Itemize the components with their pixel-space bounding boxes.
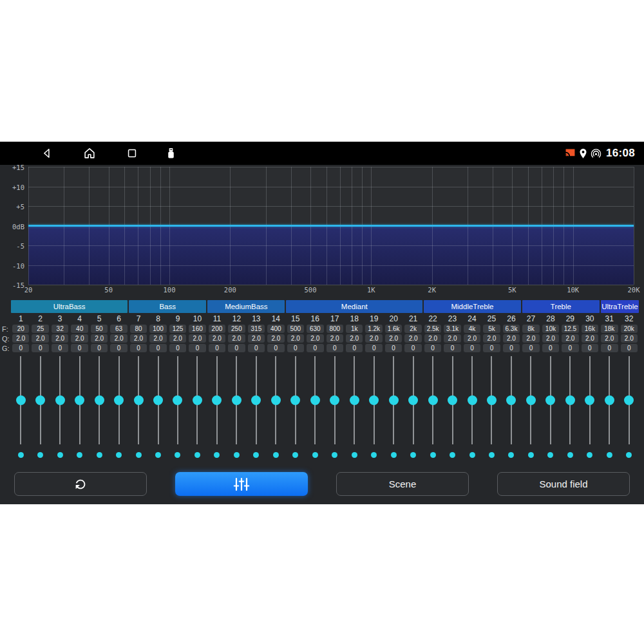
slider-knob[interactable]	[369, 395, 379, 405]
slider-knob[interactable]	[153, 395, 163, 405]
channel-number: 13	[247, 314, 266, 323]
slider-knob[interactable]	[290, 395, 300, 405]
slider-track	[334, 356, 336, 444]
channel-number: 2	[30, 314, 50, 323]
slider-knob[interactable]	[75, 395, 84, 405]
slider-knob[interactable]	[428, 395, 438, 405]
slider-knob[interactable]	[310, 395, 320, 405]
slider-knob[interactable]	[350, 395, 359, 405]
gain-slider[interactable]	[266, 356, 285, 444]
slider-knob[interactable]	[545, 395, 555, 405]
channel-dot-cell	[600, 452, 619, 459]
gain-value: 0	[91, 344, 108, 352]
slider-knob[interactable]	[624, 395, 634, 405]
gain-slider[interactable]	[600, 356, 619, 444]
slider-knob[interactable]	[251, 395, 261, 405]
q-value: 2.0	[522, 334, 539, 343]
gain-slider[interactable]	[325, 356, 345, 444]
slider-knob[interactable]	[506, 395, 516, 405]
gain-slider[interactable]	[482, 356, 501, 444]
channel-number: 5	[90, 314, 109, 323]
gain-slider[interactable]	[305, 356, 325, 444]
slider-knob[interactable]	[95, 395, 104, 405]
gain-slider[interactable]	[403, 356, 422, 444]
gain-slider[interactable]	[11, 356, 30, 444]
gain-slider[interactable]	[384, 356, 403, 444]
gain-slider[interactable]	[541, 356, 560, 444]
scene-button[interactable]: Scene	[336, 472, 469, 496]
slider-track	[511, 356, 512, 444]
slider-track	[158, 356, 159, 444]
gain-slider[interactable]	[423, 356, 442, 444]
gain-slider[interactable]	[90, 356, 109, 444]
gain-slider[interactable]	[50, 356, 70, 444]
channel-dot	[155, 452, 161, 458]
slider-knob[interactable]	[114, 395, 124, 405]
slider-knob[interactable]	[35, 395, 45, 405]
gain-slider[interactable]	[148, 356, 167, 444]
slider-knob[interactable]	[585, 395, 594, 405]
gain-value: 0	[542, 344, 559, 352]
slider-knob[interactable]	[212, 395, 222, 405]
slider-knob[interactable]	[565, 395, 575, 405]
gridline-h	[28, 206, 634, 207]
gain-slider[interactable]	[70, 356, 89, 444]
slider-knob[interactable]	[526, 395, 536, 405]
gain-slider[interactable]	[502, 356, 521, 444]
band-label-ultratreble: UltraTreble	[601, 300, 639, 313]
recents-button[interactable]	[124, 146, 140, 161]
gain-slider[interactable]	[442, 356, 462, 444]
slider-knob[interactable]	[134, 395, 144, 405]
slider-knob[interactable]	[173, 395, 182, 405]
gain-value: 0	[189, 344, 205, 352]
reset-button[interactable]	[14, 472, 147, 496]
sound-field-button[interactable]: Sound field	[497, 472, 630, 496]
home-button[interactable]	[82, 146, 97, 161]
q-value: 2.0	[307, 334, 323, 343]
slider-knob[interactable]	[468, 395, 477, 405]
back-button[interactable]	[39, 146, 55, 161]
slider-knob[interactable]	[448, 395, 457, 405]
slider-knob[interactable]	[271, 395, 281, 405]
gain-slider[interactable]	[620, 356, 639, 444]
eq-button[interactable]	[175, 472, 308, 496]
slider-knob[interactable]	[389, 395, 399, 405]
gain-slider[interactable]	[207, 356, 227, 444]
q-value: 2.0	[32, 334, 48, 343]
gain-slider[interactable]	[109, 356, 128, 444]
channel-dot-cell	[403, 452, 422, 459]
gain-slider[interactable]	[30, 356, 50, 444]
gain-slider[interactable]	[247, 356, 266, 444]
gain-slider[interactable]	[187, 356, 207, 444]
slider-knob[interactable]	[408, 395, 418, 405]
channel-number: 12	[227, 314, 246, 323]
gain-slider[interactable]	[560, 356, 580, 444]
slider-knob[interactable]	[487, 395, 497, 405]
gain-slider[interactable]	[227, 356, 246, 444]
channel-dot-cell	[90, 452, 109, 459]
slider-knob[interactable]	[193, 395, 202, 405]
gain-slider[interactable]	[286, 356, 305, 444]
q-value: 2.0	[12, 334, 29, 343]
slider-knob[interactable]	[605, 395, 614, 405]
y-tick-label: 0dB	[0, 223, 24, 231]
gain-slider[interactable]	[168, 356, 187, 444]
gain-slider[interactable]	[364, 356, 383, 444]
gain-slider[interactable]	[462, 356, 482, 444]
slider-knob[interactable]	[16, 395, 26, 405]
slider-track	[629, 356, 630, 444]
channel-dot	[77, 452, 82, 458]
slider-knob[interactable]	[232, 395, 242, 405]
freq-value: 3.1k	[444, 325, 460, 333]
channel-dot-cell	[11, 452, 30, 459]
gain-slider[interactable]	[580, 356, 600, 444]
gain-slider[interactable]	[129, 356, 148, 444]
freq-value: 10k	[542, 325, 559, 333]
slider-knob[interactable]	[55, 395, 65, 405]
gridline-h	[28, 245, 634, 246]
gain-slider[interactable]	[521, 356, 540, 444]
gain-slider[interactable]	[345, 356, 364, 444]
channel-dot	[489, 452, 495, 458]
scene-button-label: Scene	[389, 478, 417, 489]
slider-knob[interactable]	[330, 395, 339, 405]
